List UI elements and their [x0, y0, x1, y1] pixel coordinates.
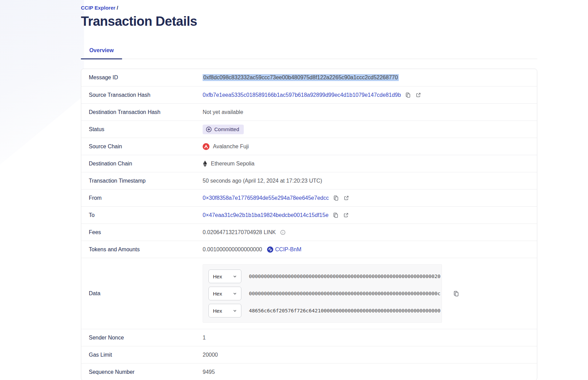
transaction-details-page: CCIP Explorer/ Transaction Details Overv…: [81, 0, 537, 380]
copy-icon[interactable]: [405, 92, 411, 98]
hex-line: Hex 48656c6c6f20576f726c6421000000000000…: [208, 304, 436, 318]
copy-icon[interactable]: [333, 212, 339, 218]
page-title: Transaction Details: [81, 14, 537, 29]
external-link-icon[interactable]: [343, 195, 349, 201]
source-chain-label: Source Chain: [81, 143, 203, 150]
row-fees: Fees 0.020647132170704928 LINK: [81, 223, 537, 241]
ccip-bnm-token-icon: [267, 246, 273, 253]
copy-icon[interactable]: [453, 290, 459, 297]
hex-format-select[interactable]: Hex: [208, 269, 241, 283]
from-address-link[interactable]: 0×30f8358a7e17765894de55e294a78ee645e7ed…: [203, 195, 329, 201]
copy-icon[interactable]: [333, 195, 339, 201]
hex-select-label: Hex: [213, 308, 222, 314]
row-gas-limit: Gas Limit 20000: [81, 346, 537, 363]
hex-data-line: 0000000000000000000000000000000000000000…: [249, 291, 441, 296]
transaction-details-card: Message ID 0xf8dc098c832332ac59ccc73ee00…: [81, 69, 537, 380]
destination-chain-label: Destination Chain: [81, 161, 203, 167]
fees-label: Fees: [81, 229, 203, 235]
fees-value: 0.020647132170704928 LINK: [203, 229, 276, 235]
message-id-label: Message ID: [81, 74, 203, 81]
hex-select-label: Hex: [213, 274, 222, 279]
breadcrumb-ccip-explorer-link[interactable]: CCIP Explorer: [81, 5, 116, 11]
row-data: Data Hex 0000000000000000000000000000000…: [81, 258, 537, 329]
status-label: Status: [81, 126, 203, 133]
breadcrumb-separator: /: [117, 5, 118, 11]
external-link-icon[interactable]: [343, 212, 349, 218]
external-link-icon[interactable]: [415, 92, 421, 98]
breadcrumb: CCIP Explorer/: [81, 5, 537, 11]
token-amount-value: 0.001000000000000000: [203, 246, 262, 253]
sender-nonce-value: 1: [203, 335, 206, 341]
sequence-number-value: 9495: [203, 369, 215, 375]
hex-data-line: 48656c6c6f20576f726c64210000000000000000…: [249, 308, 441, 313]
source-chain-value: Avalanche Fuji: [213, 143, 249, 150]
tab-strip: Overview: [81, 44, 537, 59]
gas-limit-label: Gas Limit: [81, 352, 203, 358]
ethereum-icon: [203, 160, 207, 167]
data-label: Data: [81, 290, 203, 297]
sender-nonce-label: Sender Nonce: [81, 335, 203, 341]
tokens-and-amounts-label: Tokens and Amounts: [81, 246, 203, 253]
sequence-number-label: Sequence Number: [81, 369, 203, 375]
chevron-down-icon: [233, 309, 237, 313]
source-transaction-hash-link[interactable]: 0xfb7e1eea5335c018589166b1ac597b618a9289…: [203, 92, 401, 98]
source-transaction-hash-label: Source Transaction Hash: [81, 92, 203, 98]
status-badge: Committed: [203, 125, 244, 134]
hex-select-label: Hex: [213, 291, 222, 297]
transaction-timestamp-value: 50 seconds ago (April 12, 2024 at 17:20:…: [203, 178, 322, 184]
to-address-link[interactable]: 0×47eaa31c9e2b1b1ba19824bedcbe0014c15df1…: [203, 212, 328, 218]
info-icon[interactable]: [280, 230, 286, 235]
row-destination-chain: Destination Chain Ethereum Sepolia: [81, 155, 537, 172]
hex-line: Hex 000000000000000000000000000000000000…: [208, 287, 436, 300]
from-label: From: [81, 195, 203, 201]
row-source-chain: Source Chain Avalanche Fuji: [81, 138, 537, 155]
avalanche-icon: [203, 143, 209, 150]
destination-transaction-hash-value: Not yet available: [203, 109, 243, 115]
committed-status-icon: [206, 126, 212, 133]
transaction-timestamp-label: Transaction Timestamp: [81, 178, 203, 184]
row-tokens-and-amounts: Tokens and Amounts 0.001000000000000000 …: [81, 241, 537, 258]
destination-transaction-hash-label: Destination Transaction Hash: [81, 109, 203, 115]
hex-format-select[interactable]: Hex: [208, 287, 241, 300]
row-status: Status Committed: [81, 120, 537, 138]
row-transaction-timestamp: Transaction Timestamp 50 seconds ago (Ap…: [81, 172, 537, 189]
status-badge-text: Committed: [214, 126, 239, 132]
ccip-bnm-token-link[interactable]: CCIP-BnM: [275, 246, 301, 253]
destination-chain-value: Ethereum Sepolia: [211, 161, 254, 167]
row-source-transaction-hash: Source Transaction Hash 0xfb7e1eea5335c0…: [81, 86, 537, 103]
background-gradient: [0, 0, 84, 165]
row-from: From 0×30f8358a7e17765894de55e294a78ee64…: [81, 189, 537, 206]
chevron-down-icon: [233, 274, 237, 278]
row-to: To 0×47eaa31c9e2b1b1ba19824bedcbe0014c15…: [81, 206, 537, 223]
hex-format-select[interactable]: Hex: [208, 304, 241, 318]
hex-data-line: 0000000000000000000000000000000000000000…: [249, 274, 441, 279]
tab-overview[interactable]: Overview: [81, 44, 122, 59]
data-hex-panel: Hex 000000000000000000000000000000000000…: [203, 264, 442, 323]
gas-limit-value: 20000: [203, 352, 218, 358]
row-message-id: Message ID 0xf8dc098c832332ac59ccc73ee00…: [81, 69, 537, 86]
hex-line: Hex 000000000000000000000000000000000000…: [208, 269, 436, 283]
row-sender-nonce: Sender Nonce 1: [81, 329, 537, 346]
message-id-value: 0xf8dc098c832332ac59ccc73ee00b480975d8f1…: [203, 74, 399, 81]
row-destination-transaction-hash: Destination Transaction Hash Not yet ava…: [81, 103, 537, 120]
row-sequence-number: Sequence Number 9495: [81, 363, 537, 380]
chevron-down-icon: [233, 291, 237, 296]
to-label: To: [81, 212, 203, 218]
